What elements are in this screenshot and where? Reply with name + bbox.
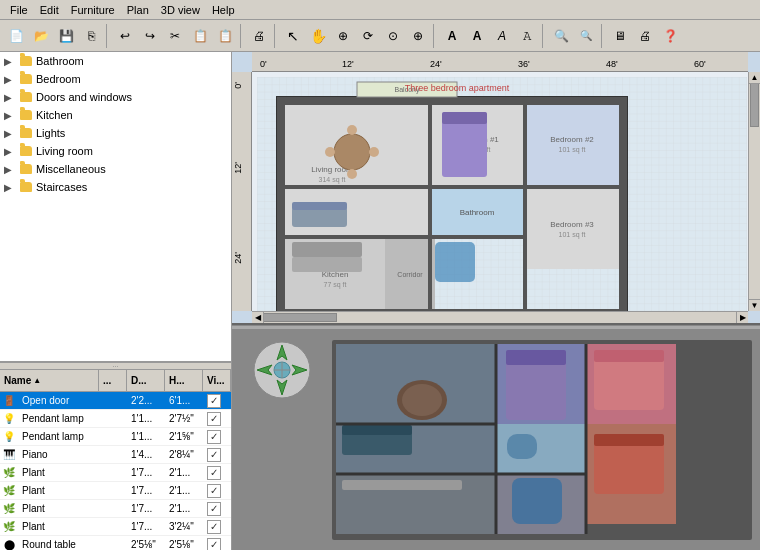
expand-icon[interactable]: ▶: [4, 92, 18, 103]
expand-icon[interactable]: ▶: [4, 74, 18, 85]
expand-icon[interactable]: ▶: [4, 128, 18, 139]
svg-text:314 sq ft: 314 sq ft: [319, 176, 346, 184]
add-point-button[interactable]: ⊕: [331, 24, 355, 48]
open-button[interactable]: 📂: [29, 24, 53, 48]
list-scroll[interactable]: 🚪 Open door 2'2... 6'1... 💡 Pendant lamp…: [0, 392, 231, 550]
list-item[interactable]: 🌿 Plant 1'7... 2'1...: [0, 482, 231, 500]
ruler-vertical: 0' 12' 24': [232, 72, 252, 311]
floor-3d-area[interactable]: [322, 330, 760, 550]
scroll-up-button[interactable]: ▲: [749, 72, 760, 84]
sidebar-item-staircases[interactable]: ▶ Staircases: [0, 178, 231, 196]
sidebar-item-doors-windows[interactable]: ▶ Doors and windows: [0, 88, 231, 106]
new-button[interactable]: 📄: [4, 24, 28, 48]
expand-icon[interactable]: ▶: [4, 110, 18, 121]
cut-button[interactable]: ✂: [163, 24, 187, 48]
panel-resize-handle[interactable]: [0, 362, 231, 370]
vscroll-thumb[interactable]: [750, 77, 759, 127]
visibility-checkbox[interactable]: [207, 394, 221, 408]
row-icon-plant: 🌿: [0, 466, 18, 479]
help-button[interactable]: ❓: [658, 24, 682, 48]
horizontal-scrollbar-2d[interactable]: ◀ ▶: [252, 311, 748, 323]
row-icon-piano: 🎹: [0, 448, 18, 461]
scroll-right-button[interactable]: ▶: [736, 312, 748, 323]
list-item[interactable]: 🚪 Open door 2'2... 6'1...: [0, 392, 231, 410]
folder-icon: [18, 143, 34, 159]
vertical-scrollbar-2d[interactable]: ▲ ▼: [748, 72, 760, 311]
row-d: 1'4...: [127, 448, 165, 461]
row-dots: [99, 508, 127, 510]
row-name: Plant: [18, 484, 99, 497]
row-icon-door: 🚪: [0, 394, 18, 407]
menu-3dview[interactable]: 3D view: [155, 2, 206, 18]
folder-icon: [18, 89, 34, 105]
expand-icon[interactable]: ▶: [4, 56, 18, 67]
undo-button[interactable]: ↩: [113, 24, 137, 48]
pan-button[interactable]: ✋: [306, 24, 330, 48]
print-button[interactable]: 🖨: [247, 24, 271, 48]
text4-button[interactable]: 𝙰: [515, 24, 539, 48]
ruler-mark-48: 48': [606, 59, 618, 69]
measure-button[interactable]: ⊙: [381, 24, 405, 48]
redo-button[interactable]: ↪: [138, 24, 162, 48]
sidebar-item-lights[interactable]: ▶ Lights: [0, 124, 231, 142]
list-item[interactable]: 💡 Pendant lamp 1'1... 2'7½": [0, 410, 231, 428]
col-header-name[interactable]: Name ▲: [0, 370, 99, 391]
visibility-checkbox[interactable]: [207, 466, 221, 480]
visibility-checkbox[interactable]: [207, 448, 221, 462]
menu-plan[interactable]: Plan: [121, 2, 155, 18]
col-header-vi[interactable]: Vi...: [203, 370, 231, 391]
visibility-checkbox[interactable]: [207, 412, 221, 426]
select-button[interactable]: ↖: [281, 24, 305, 48]
rotate-button[interactable]: ⟳: [356, 24, 380, 48]
menu-help[interactable]: Help: [206, 2, 241, 18]
add2-button[interactable]: ⊕: [406, 24, 430, 48]
expand-icon[interactable]: ▶: [4, 146, 18, 157]
expand-icon[interactable]: ▶: [4, 164, 18, 175]
col-header-d[interactable]: D...: [127, 370, 165, 391]
zoom-in-button[interactable]: 🔍: [549, 24, 573, 48]
scroll-left-button[interactable]: ◀: [252, 312, 264, 323]
zoom-out-button[interactable]: 🔍: [574, 24, 598, 48]
sidebar-item-miscellaneous[interactable]: ▶ Miscellaneous: [0, 160, 231, 178]
col-header-dots[interactable]: ...: [99, 370, 127, 391]
visibility-checkbox[interactable]: [207, 502, 221, 516]
visibility-checkbox[interactable]: [207, 520, 221, 534]
list-item[interactable]: 🌿 Plant 1'7... 2'1...: [0, 500, 231, 518]
copy-button[interactable]: ⎘: [79, 24, 103, 48]
menu-file[interactable]: File: [4, 2, 34, 18]
list-item[interactable]: 🌿 Plant 1'7... 3'2¼": [0, 518, 231, 536]
list-item[interactable]: 🌿 Plant 1'7... 2'1...: [0, 464, 231, 482]
text2-button[interactable]: A: [465, 24, 489, 48]
list-item[interactable]: ⬤ Round table 2'5⅛" 2'5⅛": [0, 536, 231, 550]
visibility-checkbox[interactable]: [207, 430, 221, 444]
paste2-button[interactable]: 📋: [213, 24, 237, 48]
list-item[interactable]: 💡 Pendant lamp 1'1... 2'1⅝": [0, 428, 231, 446]
scroll-down-button[interactable]: ▼: [749, 299, 760, 311]
sidebar-item-living-room[interactable]: ▶ Living room: [0, 142, 231, 160]
sidebar-item-bedroom[interactable]: ▶ Bedroom: [0, 70, 231, 88]
row-d: 1'7...: [127, 520, 165, 533]
save-button[interactable]: 💾: [54, 24, 78, 48]
list-item[interactable]: 🎹 Piano 1'4... 2'8¼": [0, 446, 231, 464]
text3-button[interactable]: A: [490, 24, 514, 48]
row-dots: [99, 544, 127, 546]
row-dots: [99, 526, 127, 528]
sidebar-item-bathroom[interactable]: ▶ Bathroom: [0, 52, 231, 70]
print2-button[interactable]: 🖨: [633, 24, 657, 48]
menu-edit[interactable]: Edit: [34, 2, 65, 18]
svg-point-38: [325, 147, 335, 157]
paste-button[interactable]: 📋: [188, 24, 212, 48]
expand-icon[interactable]: ▶: [4, 182, 18, 193]
row-d: 1'1...: [127, 412, 165, 425]
row-d: 1'7...: [127, 502, 165, 515]
menu-furniture[interactable]: Furniture: [65, 2, 121, 18]
text-button[interactable]: A: [440, 24, 464, 48]
right-panel: 0' 12' 24' 36' 48' 60' 0' 12' 24': [232, 52, 760, 550]
floor-plan-area[interactable]: Living room 314 sq ft Kitchen 77 sq ft C…: [252, 72, 748, 311]
col-header-h[interactable]: H...: [165, 370, 203, 391]
visibility-checkbox[interactable]: [207, 538, 221, 551]
visibility-checkbox[interactable]: [207, 484, 221, 498]
sidebar-item-kitchen[interactable]: ▶ Kitchen: [0, 106, 231, 124]
hscroll-thumb[interactable]: [257, 313, 337, 322]
export-button[interactable]: 🖥: [608, 24, 632, 48]
